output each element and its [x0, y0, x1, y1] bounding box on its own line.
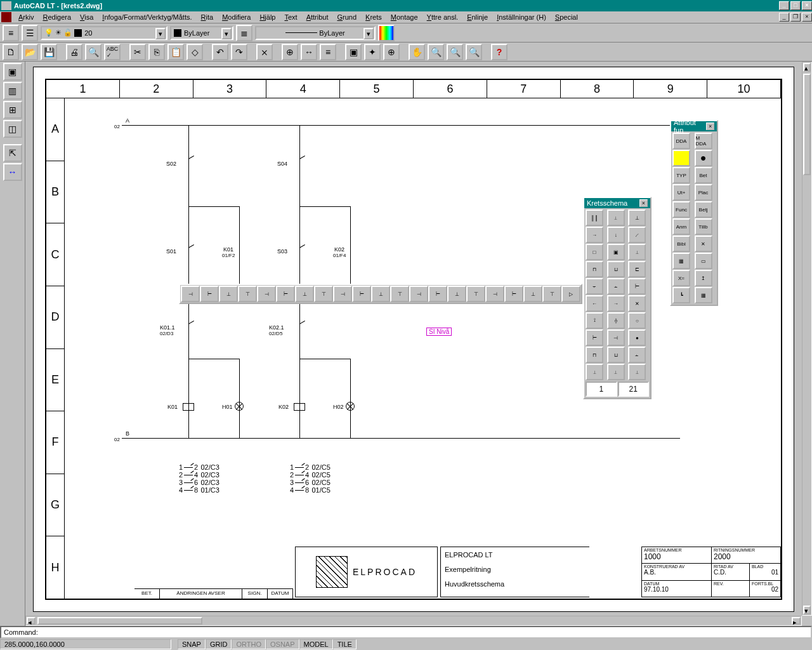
krets-btn-22[interactable]: ⊢ [586, 329, 603, 346]
attr-btn-6[interactable]: Bet [695, 167, 712, 183]
lt-button-4[interactable]: ◫ [3, 120, 22, 138]
status-grid[interactable]: GRID [206, 639, 232, 649]
sym-12[interactable]: ⊤ [390, 286, 409, 302]
krets-btn-6[interactable]: ⟋ [628, 227, 646, 243]
paste-button[interactable]: 📋 [167, 44, 184, 60]
krets-btn-18[interactable]: ✕ [628, 295, 646, 312]
status-tile[interactable]: TILE [333, 639, 357, 649]
symbol-toolbar[interactable]: ⊣ ⊢ ⊥ ⊤ ⊣ ⊢ ⊥ ⊤ ⊣ ⊢ ⊥ ⊤ ⊣ ⊢ ⊥ ⊤ ⊣ ⊢ ⊥ ⊤ … [179, 284, 582, 304]
sym-21[interactable]: ▷ [561, 286, 580, 302]
krets-btn-16[interactable]: ← [586, 295, 603, 312]
attr-btn-20[interactable]: ▦ [695, 287, 712, 303]
palette-krets-title[interactable]: Kretsschema × [584, 198, 650, 208]
krets-btn-15[interactable]: ⊢ [628, 278, 646, 295]
krets-btn-1[interactable]: ║║ [586, 209, 603, 226]
preview-button[interactable]: 🔍 [85, 44, 102, 60]
lt-button-2[interactable]: ▥ [3, 82, 22, 100]
menu-modifiera[interactable]: Modifiera [218, 12, 255, 22]
match-button[interactable]: ◇ [187, 44, 203, 60]
palette-krets-close[interactable]: × [639, 199, 648, 207]
zoom-prev-button[interactable]: 🔍 [466, 44, 482, 60]
copy-button[interactable]: ⎘ [148, 44, 165, 60]
help-button[interactable]: ? [491, 44, 508, 60]
attr-btn-1[interactable]: DDA [672, 133, 690, 149]
krets-btn-4[interactable]: → [586, 227, 603, 243]
menu-grund[interactable]: Grund [333, 12, 362, 22]
attr-btn-11[interactable]: Anm [672, 218, 690, 235]
palette-attr-close[interactable]: × [706, 123, 714, 130]
sym-2[interactable]: ⊢ [200, 286, 219, 302]
palette-krets[interactable]: Kretsschema × ║║⟂⊥→↓⟋□▣⟂⊓⊔⊏⫟⫠⊢←→✕⟟⟠○⊢⊣●⊓… [583, 197, 652, 399]
linetype-combo[interactable]: ByLayer ▾ [255, 26, 376, 40]
krets-btn-11[interactable]: ⊔ [607, 261, 625, 277]
sym-17[interactable]: ⊣ [485, 286, 504, 302]
zoom-rt-button[interactable]: 🔍 [428, 44, 444, 60]
print-button[interactable]: 🖨 [66, 44, 82, 60]
attr-btn-17[interactable]: X= [672, 270, 690, 286]
lt-button-5[interactable]: ⇱ [3, 144, 22, 162]
pan-rt-button[interactable]: ✋ [409, 44, 425, 60]
sym-20[interactable]: ⊤ [542, 286, 561, 302]
attr-btn-19[interactable]: ┗ [672, 287, 690, 303]
attr-btn-10[interactable]: Betj [695, 201, 712, 218]
sym-18[interactable]: ⊢ [504, 286, 523, 302]
attr-btn-3[interactable]: ● [672, 150, 690, 166]
color-combo[interactable]: ByLayer ▾ [170, 26, 233, 40]
save-button[interactable]: 💾 [41, 44, 57, 60]
maximize-button[interactable]: □ [790, 1, 801, 10]
attr-btn-18[interactable]: ↥ [695, 270, 712, 286]
status-ortho[interactable]: ORTHO [232, 639, 266, 649]
named-views-button[interactable]: ✦ [364, 44, 381, 60]
krets-btn-7[interactable]: □ [586, 244, 603, 260]
attr-btn-15[interactable]: ▦ [672, 253, 690, 269]
spell-button[interactable]: ABC✓ [104, 44, 121, 60]
status-osnap[interactable]: OSNAP [266, 639, 299, 649]
krets-btn-24[interactable]: ● [628, 329, 646, 346]
menu-yttre-ansl-[interactable]: Yttre ansl. [422, 12, 463, 22]
krets-val-1[interactable]: 1 [586, 381, 617, 397]
attr-btn-13[interactable]: Bibl [672, 235, 690, 252]
zoom-window-button[interactable]: 🔍 [447, 44, 463, 60]
krets-btn-29[interactable]: ⟂ [607, 364, 625, 380]
sym-11[interactable]: ⊥ [371, 286, 390, 302]
attr-btn-8[interactable]: Plac [695, 184, 712, 201]
attr-btn-12[interactable]: Tillb [695, 218, 712, 235]
sym-10[interactable]: ⊢ [352, 286, 371, 302]
krets-btn-23[interactable]: ⊣ [607, 329, 625, 346]
krets-btn-13[interactable]: ⫟ [586, 278, 603, 295]
sym-1[interactable]: ⊣ [181, 286, 200, 302]
menu-redigera[interactable]: Redigera [38, 12, 75, 22]
pan-button[interactable]: ⊕ [383, 44, 400, 60]
krets-btn-25[interactable]: ⊓ [586, 347, 603, 363]
sym-5[interactable]: ⊣ [257, 286, 276, 302]
redo-button[interactable]: ↷ [231, 44, 247, 60]
menu-special[interactable]: Special [551, 12, 582, 22]
mdi-restore-button[interactable]: ❐ [790, 13, 801, 22]
layer-props-button[interactable]: ☰ [22, 25, 38, 41]
menu-rita[interactable]: Rita [197, 12, 218, 22]
status-model[interactable]: MODEL [299, 639, 333, 649]
krets-btn-26[interactable]: ⊔ [607, 347, 625, 363]
vertical-scrollbar[interactable]: ▴ ▾ [802, 62, 812, 616]
krets-btn-27[interactable]: ⫠ [628, 347, 646, 363]
krets-btn-14[interactable]: ⫠ [607, 278, 625, 295]
canvas-area[interactable]: 12345678910 ABCDEFGH A 02 B 02 S02 [25, 62, 812, 626]
lt-button-6[interactable]: ↔ [3, 163, 22, 181]
ucs-button[interactable]: ⊕ [282, 44, 298, 60]
attr-btn-5[interactable]: TYP [672, 167, 690, 183]
lt-button-3[interactable]: ⊞ [3, 101, 22, 119]
menu-krets[interactable]: Krets [361, 12, 386, 22]
linetype-button[interactable]: ≣ [236, 25, 252, 41]
menu-montage[interactable]: Montage [386, 12, 422, 22]
open-button[interactable]: 📂 [22, 44, 38, 60]
attr-btn-4[interactable]: ● [695, 150, 712, 166]
menu-attribut[interactable]: Attribut [302, 12, 333, 22]
doc-icon[interactable] [1, 12, 11, 22]
snap-from-button[interactable]: ⨯ [256, 44, 273, 60]
sym-3[interactable]: ⊥ [219, 286, 238, 302]
sym-13[interactable]: ⊣ [409, 286, 428, 302]
menu-arkiv[interactable]: Arkiv [14, 12, 38, 22]
krets-btn-8[interactable]: ▣ [607, 244, 625, 260]
menu-visa[interactable]: Visa [75, 12, 98, 22]
command-line[interactable]: Command: [0, 626, 812, 639]
